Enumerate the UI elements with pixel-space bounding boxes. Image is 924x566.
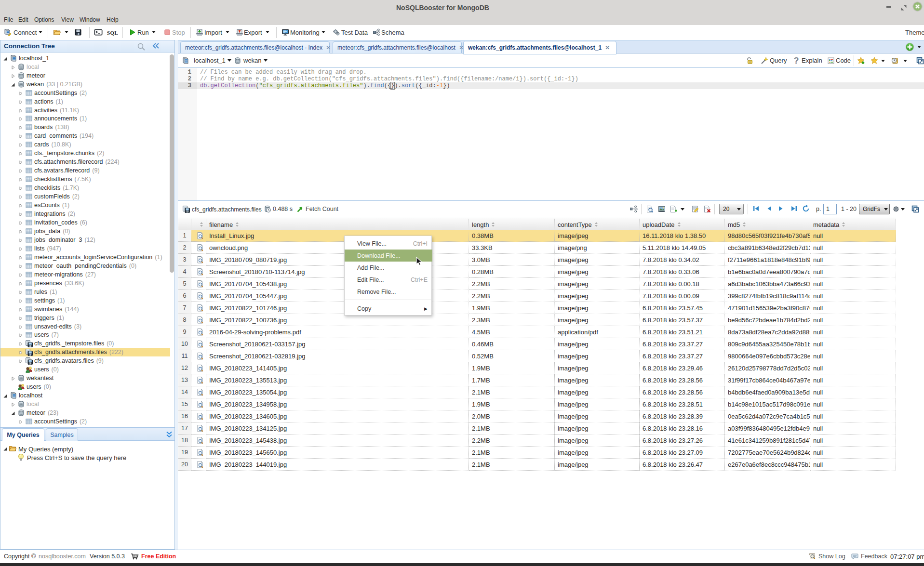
svg-text:?: ? (794, 57, 799, 65)
